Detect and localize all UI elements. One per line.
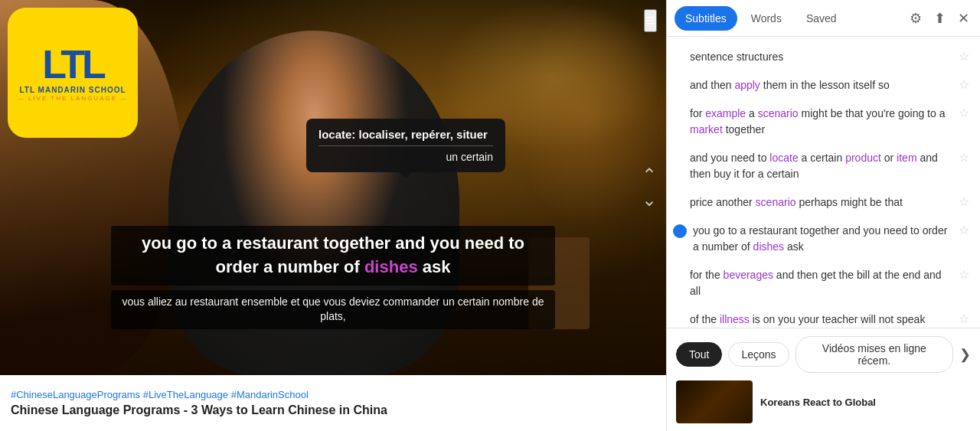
video-tags[interactable]: #ChineseLanguagePrograms #LiveTheLanguag… bbox=[11, 389, 655, 400]
rec-info: Koreans React to Global bbox=[760, 397, 971, 408]
logo-name: LTL MANDARIN SCHOOL bbox=[19, 86, 126, 94]
subtitle-text-after: ask bbox=[418, 257, 451, 276]
tooltip-definitions: localiser, repérer, situer bbox=[355, 128, 488, 141]
logo-tagline: — LIVE THE LANGUAGE — bbox=[18, 95, 129, 102]
tabs-header: Subtitles Words Saved ⚙ ⬆ ✕ bbox=[667, 0, 980, 37]
subtitle-item[interactable]: price another scenario perhaps might be … bbox=[667, 188, 980, 217]
nav-arrows: ⌃ ⌄ bbox=[642, 165, 657, 211]
play-indicator bbox=[673, 224, 687, 238]
filter-all-button[interactable]: Tout bbox=[676, 342, 722, 367]
subtitles-list: sentence structures ☆ and then apply the… bbox=[667, 37, 980, 328]
share-button[interactable]: ⬆ bbox=[931, 7, 949, 30]
subtitle-text-before: you go to a restaurant together and you … bbox=[142, 233, 524, 276]
logo-container: LTL LTL MANDARIN SCHOOL — LIVE THE LANGU… bbox=[8, 8, 138, 138]
arrow-down-icon[interactable]: ⌄ bbox=[642, 189, 657, 211]
video-container: LTL LTL MANDARIN SCHOOL — LIVE THE LANGU… bbox=[0, 0, 666, 375]
filter-recent-button[interactable]: Vidéos mises en ligne récem. bbox=[795, 336, 953, 373]
arrow-up-icon[interactable]: ⌃ bbox=[642, 165, 657, 186]
star-button[interactable]: ☆ bbox=[954, 223, 969, 237]
subtitle-highlight-word: dishes bbox=[364, 257, 418, 276]
filter-lessons-button[interactable]: Leçons bbox=[728, 342, 789, 367]
tab-subtitles[interactable]: Subtitles bbox=[675, 6, 737, 31]
star-button[interactable]: ☆ bbox=[954, 150, 969, 165]
subtitle-item-text: for example a scenario might be that you… bbox=[690, 106, 954, 138]
subtitle-item-text: sentence structures bbox=[690, 49, 954, 65]
subtitle-item-active[interactable]: you go to a restaurant together and you … bbox=[667, 217, 980, 261]
star-button[interactable]: ☆ bbox=[954, 77, 969, 92]
subtitle-translation-text: vous alliez au restaurant ensemble et qu… bbox=[111, 290, 555, 329]
subtitle-item-text: you go to a restaurant together and you … bbox=[693, 223, 954, 255]
subtitle-item-text: and you need to locate a certain product… bbox=[690, 150, 954, 182]
tooltip-content: locate: localiser, repérer, situer bbox=[318, 128, 493, 141]
star-button[interactable]: ☆ bbox=[954, 106, 969, 120]
tooltip-translation: un certain bbox=[318, 151, 493, 163]
video-subtitles-overlay: you go to a restaurant together and you … bbox=[111, 226, 555, 329]
subtitle-item-text: of the illness is on you your teacher wi… bbox=[690, 312, 954, 328]
tab-words[interactable]: Words bbox=[740, 6, 792, 31]
subtitle-item-text: and then apply them in the lesson itself… bbox=[690, 77, 954, 93]
star-button[interactable]: ☆ bbox=[954, 49, 969, 64]
rec-title: Koreans React to Global bbox=[760, 397, 971, 408]
word-tooltip[interactable]: locate: localiser, repérer, situer un ce… bbox=[306, 119, 505, 172]
filter-row: Tout Leçons Vidéos mises en ligne récem.… bbox=[676, 336, 971, 373]
subtitle-item-text: price another scenario perhaps might be … bbox=[690, 194, 954, 211]
tabs-icons: ⚙ ⬆ ✕ bbox=[906, 7, 972, 30]
filter-arrow-button[interactable]: ❯ bbox=[959, 346, 971, 363]
tooltip-divider bbox=[318, 145, 493, 146]
subtitle-item[interactable]: and you need to locate a certain product… bbox=[667, 144, 980, 188]
star-button[interactable]: ☆ bbox=[954, 267, 969, 282]
subtitle-item[interactable]: sentence structures ☆ bbox=[667, 43, 980, 71]
hamburger-menu-button[interactable]: ≡ bbox=[644, 9, 657, 32]
tab-saved[interactable]: Saved bbox=[795, 6, 848, 31]
video-info: #ChineseLanguagePrograms #LiveTheLanguag… bbox=[0, 375, 666, 431]
settings-button[interactable]: ⚙ bbox=[906, 7, 925, 30]
logo-letters: LTL bbox=[42, 44, 103, 84]
tooltip-word: locate bbox=[318, 128, 351, 141]
logo-box: LTL LTL MANDARIN SCHOOL — LIVE THE LANGU… bbox=[8, 8, 138, 138]
close-button[interactable]: ✕ bbox=[955, 7, 972, 30]
recommendation-item[interactable]: Koreans React to Global bbox=[676, 380, 971, 423]
subtitle-item[interactable]: for the beverages and then get the bill … bbox=[667, 261, 980, 305]
video-panel: LTL LTL MANDARIN SCHOOL — LIVE THE LANGU… bbox=[0, 0, 666, 431]
video-title: Chinese Language Programs - 3 Ways to Le… bbox=[11, 403, 655, 417]
star-button[interactable]: ☆ bbox=[954, 194, 969, 209]
subtitle-item-text: for the beverages and then get the bill … bbox=[690, 267, 954, 299]
star-button[interactable]: ☆ bbox=[954, 312, 969, 326]
subtitle-main-text: you go to a restaurant together and you … bbox=[111, 226, 555, 286]
subtitle-item[interactable]: of the illness is on you your teacher wi… bbox=[667, 305, 980, 328]
right-panel: Subtitles Words Saved ⚙ ⬆ ✕ sentence str… bbox=[666, 0, 980, 431]
subtitle-item[interactable]: for example a scenario might be that you… bbox=[667, 100, 980, 144]
subtitle-item[interactable]: and then apply them in the lesson itself… bbox=[667, 71, 980, 100]
rec-thumbnail bbox=[676, 380, 753, 423]
bottom-strip: Tout Leçons Vidéos mises en ligne récem.… bbox=[667, 328, 980, 431]
